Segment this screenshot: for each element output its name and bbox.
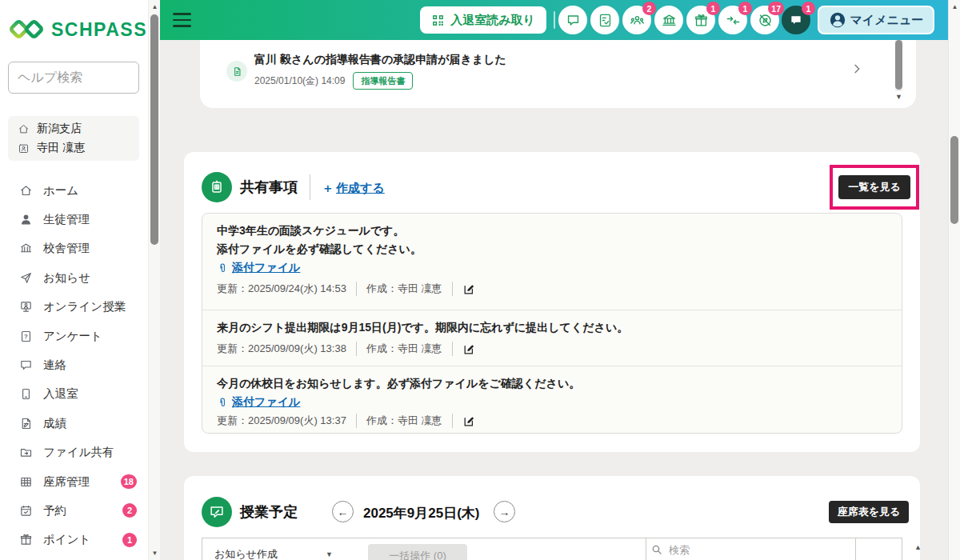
sidebar-badge: 18 (121, 474, 137, 489)
prev-day-button[interactable]: ← (332, 501, 354, 522)
schedule-date: 2025年9月25日(木) (363, 504, 480, 522)
view-all-button[interactable]: 一覧を見る (838, 175, 910, 199)
scroll-up-icon[interactable]: ▲ (914, 543, 922, 551)
updated-at: 更新：2025/09/09(火) 13:37 (217, 414, 346, 428)
branch-name: 新潟支店 (37, 122, 82, 136)
sidebar-badge: 1 (122, 533, 137, 547)
announcement-icon (19, 271, 33, 285)
edit-icon[interactable] (462, 414, 476, 428)
sidebar-item-points[interactable]: ポイント 1 (0, 526, 148, 554)
app-logo-text: SCHPASS (51, 19, 147, 41)
sidebar-item-home[interactable]: ホーム (0, 176, 148, 205)
schedule-toolbar-row: お知らせ作成 ▼ 一括操作 (0) ▲ (202, 538, 902, 560)
created-by: 作成：寺田 凜恵 (366, 414, 442, 428)
sidebar-item-reservations[interactable]: 予約 2 (0, 496, 148, 525)
sidebar-item-entry-exit[interactable]: 入退室 (0, 380, 148, 409)
class-schedule-title: 授業予定 (240, 502, 298, 522)
shared-item-text: 中学3年生の面談スケジュールです。 (217, 222, 887, 240)
sidebar-scrollbar[interactable]: ▲ ▼ (148, 0, 160, 560)
entry-exit-icon (19, 387, 33, 401)
divider (452, 414, 453, 428)
shared-items-list: 中学3年生の面談スケジュールです。 添付ファイルを必ず確認してください。 添付フ… (202, 213, 902, 434)
sidebar-item-announcements[interactable]: お知らせ (0, 263, 148, 292)
sidebar-item-contact[interactable]: 連絡 (0, 350, 148, 379)
divider (452, 342, 453, 356)
gift-icon[interactable]: 1 (686, 6, 715, 34)
schedule-search[interactable] (650, 543, 789, 556)
top-header-bar: 入退室読み取り 2 1 1 17 1 マイメニュー (160, 0, 948, 40)
updated-at: 更新：2025/09/09(火) 13:38 (217, 342, 346, 356)
group-icon[interactable]: 2 (622, 6, 651, 34)
chevron-down-icon: ▼ (326, 550, 333, 558)
qr-code-icon (431, 14, 445, 27)
notification-scrollbar-thumb[interactable] (895, 40, 902, 90)
divider (310, 174, 310, 200)
edit-icon[interactable] (462, 282, 476, 296)
scroll-up-icon[interactable]: ▲ (949, 3, 960, 10)
app-logo[interactable]: SCHPASS (10, 16, 147, 43)
contact-icon (19, 358, 33, 372)
notification-count-badge: 17 (768, 2, 784, 15)
file-share-icon (19, 446, 33, 459)
page-scrollbar[interactable]: ▲ (948, 0, 960, 560)
divider (452, 282, 453, 296)
attachment-link[interactable]: 添付ファイル (217, 261, 887, 275)
sidebar-scrollbar-thumb[interactable] (150, 14, 158, 245)
sidebar-item-surveys[interactable]: ? アンケート (0, 322, 148, 350)
entry-exit-arrows-icon[interactable]: 1 (718, 6, 747, 34)
divider (356, 414, 357, 428)
sidebar-badge: 2 (122, 503, 137, 518)
class-schedule-card: 授業予定 ← 2025年9月25日(木) → 座席表を見る お知らせ作成 ▼ 一… (184, 476, 920, 560)
updated-at: 更新：2025/09/24(水) 14:53 (217, 282, 346, 296)
entry-exit-scan-button[interactable]: 入退室読み取り (420, 6, 546, 34)
account-icon (829, 11, 846, 29)
divider (356, 342, 357, 356)
compass-off-icon[interactable]: 17 (750, 6, 779, 34)
user-id-card-icon (18, 142, 30, 154)
scroll-down-icon[interactable]: ▼ (149, 550, 161, 557)
school-icon[interactable] (654, 6, 683, 34)
next-day-button[interactable]: → (494, 501, 515, 522)
message-icon[interactable]: 1 (782, 6, 810, 34)
reservation-icon (19, 504, 33, 518)
notification-tag-badge: 指導報告書 (353, 72, 413, 90)
sidebar-item-file-share[interactable]: ファイル共有 (0, 438, 148, 467)
sidebar-item-grades[interactable]: 成績 (0, 409, 148, 438)
survey-check-icon[interactable] (590, 6, 619, 34)
notification-card[interactable]: 富川 毅さんの指導報告書の承認申請が届きました 2025/01/10(金) 14… (200, 40, 916, 108)
user-context-box[interactable]: 新潟支店 寺田 凜恵 (8, 116, 139, 161)
page-scrollbar-thumb[interactable] (950, 136, 958, 224)
scroll-up-icon[interactable]: ▲ (149, 3, 161, 10)
bulk-action-button[interactable]: 一括操作 (0) (368, 544, 467, 560)
shared-items-card: 共有事項 ＋ 作成する 一覧を見る 中学3年生の面談スケジュールです。 添付ファ… (184, 152, 920, 452)
attachment-link[interactable]: 添付ファイル (217, 395, 887, 410)
sidebar-item-school-building[interactable]: 校舎管理 (0, 234, 148, 263)
notification-count-badge: 2 (642, 2, 656, 15)
chat-bubble-icon[interactable] (558, 6, 587, 34)
my-menu-button[interactable]: マイメニュー (818, 6, 934, 34)
paperclip-icon (217, 397, 229, 409)
divider (855, 538, 856, 560)
sidebar-menu: ホーム 生徒管理 校舎管理 お知らせ オンライン授業 ? アンケート 連絡 入退 (0, 176, 148, 554)
schpass-logo-icon (10, 16, 46, 43)
chevron-right-icon[interactable] (850, 62, 863, 78)
search-input[interactable] (669, 544, 789, 556)
sidebar-item-students[interactable]: 生徒管理 (0, 205, 148, 234)
seat-map-button[interactable]: 座席表を見る (829, 501, 909, 523)
notification-count-badge: 1 (706, 2, 720, 15)
create-shared-item-link[interactable]: ＋ 作成する (322, 181, 385, 196)
paperclip-icon (217, 262, 229, 274)
shared-item-text: 添付ファイルを必ず確認してください。 (217, 240, 887, 258)
edit-icon[interactable] (462, 342, 476, 356)
grades-icon (19, 417, 33, 430)
divider (356, 282, 357, 296)
help-search-input[interactable] (8, 62, 139, 94)
shared-item: 中学3年生の面談スケジュールです。 添付ファイルを必ず確認してください。 添付フ… (202, 214, 902, 310)
notice-create-dropdown[interactable]: お知らせ作成 ▼ (214, 547, 333, 560)
search-icon (650, 543, 663, 556)
hamburger-menu-icon[interactable] (173, 13, 191, 27)
sidebar-item-online-class[interactable]: オンライン授業 (0, 293, 148, 322)
branch-home-icon (18, 123, 30, 135)
scroll-down-icon[interactable]: ▼ (893, 93, 905, 101)
sidebar-item-seat-management[interactable]: 座席管理 18 (0, 467, 148, 496)
